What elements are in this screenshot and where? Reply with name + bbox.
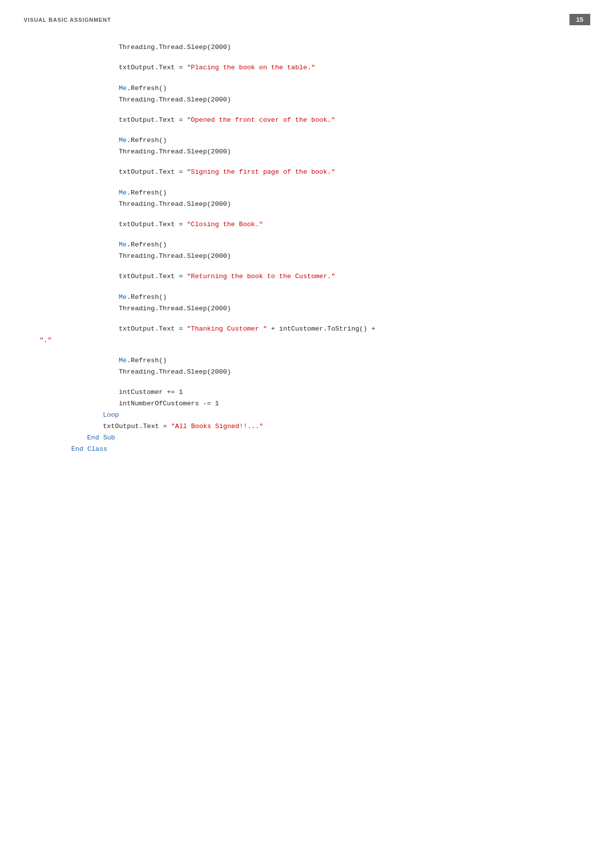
code-line: Threading.Thread.Sleep(2000) — [24, 146, 590, 158]
code-text: Threading.Thread.Sleep(2000) — [119, 148, 231, 155]
code-text: txtOutput.Text = — [103, 423, 171, 430]
code-line: Me.Refresh() — [24, 292, 590, 303]
code-text: txtOutput.Text = — [119, 168, 187, 176]
code-line: Me.Refresh() — [24, 188, 590, 199]
code-line: txtOutput.Text = "Thanking Customer " + … — [24, 324, 590, 335]
code-line: Loop — [24, 410, 590, 421]
page-number: 15 — [569, 14, 590, 25]
code-line: Threading.Thread.Sleep(2000) — [24, 42, 590, 53]
code-line — [24, 262, 590, 271]
code-keyword: Me — [119, 357, 127, 364]
code-text: txtOutput.Text = — [119, 64, 187, 71]
code-line: Threading.Thread.Sleep(2000) — [24, 95, 590, 106]
code-line — [24, 283, 590, 291]
code-line — [24, 315, 590, 324]
code-text: .Refresh() — [127, 85, 167, 92]
code-keyword: Me — [119, 293, 127, 301]
code-line — [24, 178, 590, 187]
code-line: txtOutput.Text = "Placing the book on th… — [24, 62, 590, 74]
code-line — [24, 378, 590, 387]
page-title: VISUAL BASIC ASSIGNMENT — [24, 17, 111, 23]
code-string: "Opened the front cover of the book." — [187, 116, 335, 124]
code-line: intCustomer += 1 — [24, 387, 590, 398]
code-keyword: Loop — [103, 411, 119, 419]
code-line — [24, 210, 590, 219]
code-text: .Refresh() — [127, 137, 167, 144]
code-string: "Returning the book to the Customer." — [187, 273, 335, 280]
code-text: txtOutput.Text = — [119, 273, 187, 280]
code-keyword: Me — [119, 85, 127, 92]
code-line — [24, 74, 590, 83]
code-text: Threading.Thread.Sleep(2000) — [119, 252, 231, 260]
code-line — [24, 346, 590, 355]
page-header: VISUAL BASIC ASSIGNMENT 15 — [0, 0, 614, 33]
code-string: "." — [40, 337, 51, 344]
code-keyword: Me — [119, 241, 127, 248]
code-text: Threading.Thread.Sleep(2000) — [119, 200, 231, 208]
code-keyword: End Class — [71, 445, 107, 453]
code-keyword: End Sub — [87, 434, 115, 441]
code-line: Threading.Thread.Sleep(2000) — [24, 251, 590, 262]
code-line: txtOutput.Text = "Closing the Book." — [24, 219, 590, 231]
code-line: Threading.Thread.Sleep(2000) — [24, 199, 590, 210]
code-string: "Closing the Book." — [187, 221, 263, 228]
code-text: Threading.Thread.Sleep(2000) — [119, 96, 231, 103]
code-text: txtOutput.Text = — [119, 325, 187, 333]
code-text: txtOutput.Text = — [119, 116, 187, 124]
code-string: "Signing the first page of the book." — [187, 168, 335, 176]
code-text: .Refresh() — [127, 357, 167, 364]
code-line: "." — [24, 335, 590, 346]
code-line — [24, 231, 590, 240]
code-line: txtOutput.Text = "Opened the front cover… — [24, 115, 590, 126]
code-text: intCustomer += 1 — [119, 388, 183, 396]
code-text: Threading.Thread.Sleep(2000) — [119, 368, 231, 376]
code-line: txtOutput.Text = "All Books Signed!!..." — [24, 421, 590, 433]
code-text: txtOutput.Text = — [119, 221, 187, 228]
code-line: Me.Refresh() — [24, 83, 590, 95]
code-area: Threading.Thread.Sleep(2000) txtOutput.T… — [0, 33, 614, 479]
code-text: Threading.Thread.Sleep(2000) — [119, 305, 231, 312]
code-string: "Placing the book on the table." — [187, 64, 315, 71]
code-string: "All Books Signed!!..." — [171, 423, 263, 430]
code-text: .Refresh() — [127, 189, 167, 196]
code-line — [24, 105, 590, 114]
code-line — [24, 126, 590, 135]
code-line: Me.Refresh() — [24, 355, 590, 367]
code-keyword: Me — [119, 137, 127, 144]
code-text: Threading.Thread.Sleep(2000) — [119, 44, 231, 51]
code-line — [24, 53, 590, 62]
code-keyword: Me — [119, 189, 127, 196]
code-line: Me.Refresh() — [24, 240, 590, 251]
code-line: intNumberOfCustomers -= 1 — [24, 398, 590, 410]
code-line: txtOutput.Text = "Signing the first page… — [24, 167, 590, 178]
code-line — [24, 158, 590, 167]
code-line: Me.Refresh() — [24, 135, 590, 146]
code-text: .Refresh() — [127, 293, 167, 301]
code-string: "Thanking Customer " — [187, 325, 267, 333]
code-text: + intCustomer.ToString() + — [267, 325, 376, 333]
code-line: txtOutput.Text = "Returning the book to … — [24, 271, 590, 283]
code-line: Threading.Thread.Sleep(2000) — [24, 367, 590, 378]
code-text: .Refresh() — [127, 241, 167, 248]
code-text: intNumberOfCustomers -= 1 — [119, 400, 219, 407]
code-line: Threading.Thread.Sleep(2000) — [24, 303, 590, 315]
code-line: End Class — [24, 444, 590, 455]
code-line: End Sub — [24, 433, 590, 444]
